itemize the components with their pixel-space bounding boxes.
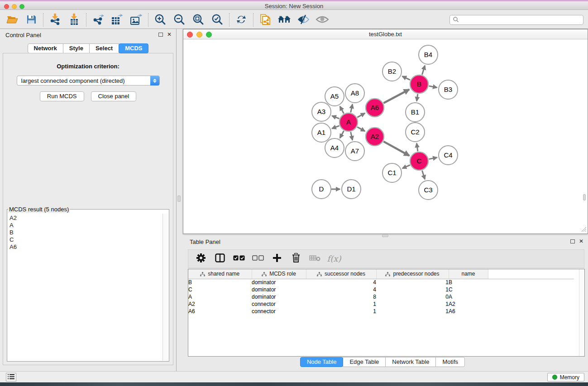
result-item-b[interactable]: B: [10, 229, 163, 236]
graph-node-a8[interactable]: A8: [345, 84, 364, 103]
select-all-columns-button[interactable]: [231, 252, 247, 266]
graph-node-a7[interactable]: A7: [345, 142, 364, 161]
graph-edge-a-a2[interactable]: [357, 127, 365, 131]
graph-edge-a-a1[interactable]: [332, 126, 339, 129]
graph-edge-a6-b[interactable]: [383, 90, 409, 103]
result-item-a[interactable]: A: [10, 222, 163, 229]
column-header-shared-name[interactable]: shared name: [188, 269, 252, 279]
search-input[interactable]: [459, 17, 580, 23]
graph-edge-a-a7[interactable]: [351, 132, 353, 140]
import-table-button[interactable]: [65, 13, 84, 27]
graph-node-b2[interactable]: B2: [382, 62, 402, 81]
zoom-selected-button[interactable]: [208, 13, 227, 27]
window-resize-grip[interactable]: [581, 227, 587, 232]
float-panel-icon[interactable]: [570, 239, 575, 243]
cell-predecessor-nodes[interactable]: 1: [376, 300, 449, 308]
cell-successor-nodes[interactable]: 1: [306, 308, 376, 315]
result-item-c[interactable]: C: [10, 236, 163, 243]
cell-shared-name[interactable]: A: [188, 293, 252, 300]
graph-edge-a-a4[interactable]: [340, 131, 344, 138]
column-header-mcds-role[interactable]: MCDS role: [252, 269, 306, 279]
split-divider-handle[interactable]: [177, 195, 181, 202]
result-item-a6[interactable]: A6: [10, 243, 163, 251]
network-window-titlebar[interactable]: testGlobe.txt: [183, 29, 588, 39]
save-session-button[interactable]: [22, 13, 41, 27]
delete-column-button[interactable]: [288, 252, 304, 266]
tab-network[interactable]: Network: [28, 43, 63, 53]
deselect-all-columns-button[interactable]: [250, 252, 266, 266]
cell-name[interactable]: A6: [449, 308, 488, 315]
table-tab-node-table[interactable]: Node Table: [300, 357, 344, 367]
table-row[interactable]: Cdominator41C: [188, 286, 574, 293]
table-row[interactable]: A2connector11A2: [188, 300, 574, 308]
result-item-a2[interactable]: A2: [10, 214, 163, 222]
graph-node-c2[interactable]: C2: [406, 123, 425, 142]
graph-node-a5[interactable]: A5: [325, 87, 344, 106]
graph-node-a4[interactable]: A4: [325, 138, 344, 157]
tab-style[interactable]: Style: [63, 43, 90, 53]
tab-mcds[interactable]: MCDS: [119, 43, 148, 53]
cell-mcds-role[interactable]: dominator: [252, 279, 306, 286]
table-row[interactable]: Bdominator41B: [188, 279, 574, 286]
close-panel-button[interactable]: Close panel: [91, 91, 137, 101]
cell-predecessor-nodes[interactable]: 0: [376, 293, 449, 300]
cell-name[interactable]: A: [449, 293, 488, 300]
cell-name[interactable]: A2: [449, 300, 488, 308]
toggle-column-panel-button[interactable]: [212, 252, 228, 266]
graph-edge-c-c3[interactable]: [422, 171, 425, 179]
export-network-button[interactable]: [89, 13, 108, 27]
cell-mcds-role[interactable]: connector: [252, 300, 306, 308]
cell-successor-nodes[interactable]: 4: [306, 286, 376, 293]
graph-edge-a-a5[interactable]: [340, 106, 344, 114]
graph-node-c1[interactable]: C1: [382, 163, 402, 182]
close-panel-icon[interactable]: ✕: [579, 239, 583, 243]
cell-shared-name[interactable]: C: [188, 286, 252, 293]
criterion-dropdown[interactable]: largest connected component (directed): [17, 76, 160, 86]
graph-node-c[interactable]: C: [410, 152, 428, 170]
graph-node-b[interactable]: B: [410, 75, 428, 93]
refresh-button[interactable]: [232, 13, 251, 27]
cell-successor-nodes[interactable]: 4: [306, 279, 376, 286]
open-session-button[interactable]: [3, 13, 22, 27]
delete-table-button[interactable]: [307, 252, 323, 266]
table-tab-motifs[interactable]: Motifs: [435, 357, 465, 367]
column-header-successor-nodes[interactable]: successor nodes: [306, 269, 376, 279]
split-divider-handle[interactable]: [583, 194, 586, 200]
graph-edge-c-c2[interactable]: [416, 143, 417, 151]
graph-edge-b-b4[interactable]: [422, 66, 425, 75]
table-tab-network-table[interactable]: Network Table: [385, 357, 436, 367]
graph-node-a2[interactable]: A2: [366, 128, 384, 146]
table-scrollbar[interactable]: [579, 269, 584, 356]
close-panel-icon[interactable]: ✕: [167, 32, 172, 37]
cell-mcds-role[interactable]: dominator: [252, 286, 306, 293]
show-all-networks-button[interactable]: [275, 13, 294, 27]
graph-node-c3[interactable]: C3: [419, 181, 438, 200]
cell-predecessor-nodes[interactable]: 1: [376, 279, 449, 286]
zoom-in-button[interactable]: [151, 13, 170, 27]
graph-edge-a-a6[interactable]: [357, 113, 365, 117]
cell-successor-nodes[interactable]: 1: [306, 300, 376, 308]
table-row[interactable]: A6connector11A6: [188, 308, 574, 315]
graph-node-d[interactable]: D: [312, 180, 331, 199]
table-row[interactable]: Adominator80A: [188, 293, 574, 300]
cell-shared-name[interactable]: B: [188, 279, 252, 286]
graph-node-a1[interactable]: A1: [312, 123, 331, 142]
graph-node-b3[interactable]: B3: [439, 80, 458, 99]
show-hide-panels-button[interactable]: [313, 13, 332, 27]
zoom-fit-button[interactable]: [189, 13, 208, 27]
zoom-out-button[interactable]: [170, 13, 189, 27]
cell-successor-nodes[interactable]: 8: [306, 293, 376, 300]
graph-node-a[interactable]: A: [339, 113, 358, 131]
graph-node-a3[interactable]: A3: [312, 102, 331, 121]
network-canvas[interactable]: B4B2BB3A8A5A6A3B1AC2A1A2A4A7C4CC1C3DD1: [183, 39, 588, 233]
run-mcds-button[interactable]: Run MCDS: [40, 91, 84, 101]
cell-mcds-role[interactable]: connector: [252, 308, 306, 315]
graph-node-d1[interactable]: D1: [342, 180, 361, 199]
graph-node-c4[interactable]: C4: [439, 146, 458, 165]
tab-select[interactable]: Select: [89, 43, 119, 53]
graph-node-a6[interactable]: A6: [366, 99, 384, 117]
graph-node-b4[interactable]: B4: [419, 45, 438, 64]
create-column-button[interactable]: [269, 252, 285, 266]
graph-edge-a-a3[interactable]: [332, 116, 339, 119]
graph-edge-b-b2[interactable]: [402, 76, 410, 80]
